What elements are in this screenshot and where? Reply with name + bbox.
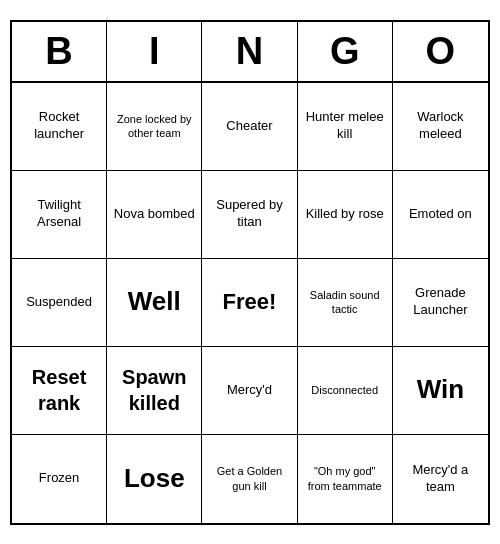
bingo-cell-11: Well (107, 259, 202, 347)
bingo-cell-13: Saladin sound tactic (298, 259, 393, 347)
bingo-cell-23: "Oh my god" from teammate (298, 435, 393, 523)
bingo-cell-3: Hunter melee kill (298, 83, 393, 171)
bingo-cell-12: Free! (202, 259, 297, 347)
bingo-cell-8: Killed by rose (298, 171, 393, 259)
bingo-cell-7: Supered by titan (202, 171, 297, 259)
bingo-cell-24: Mercy'd a team (393, 435, 488, 523)
bingo-cell-2: Cheater (202, 83, 297, 171)
bingo-cell-22: Get a Golden gun kill (202, 435, 297, 523)
bingo-cell-1: Zone locked by other team (107, 83, 202, 171)
bingo-letter-n: N (202, 22, 297, 81)
bingo-letter-i: I (107, 22, 202, 81)
bingo-cell-17: Mercy'd (202, 347, 297, 435)
bingo-grid: Rocket launcherZone locked by other team… (12, 83, 488, 523)
bingo-cell-14: Grenade Launcher (393, 259, 488, 347)
bingo-header: BINGO (12, 22, 488, 83)
bingo-cell-4: Warlock meleed (393, 83, 488, 171)
bingo-cell-0: Rocket launcher (12, 83, 107, 171)
bingo-cell-9: Emoted on (393, 171, 488, 259)
bingo-cell-5: Twilight Arsenal (12, 171, 107, 259)
bingo-cell-15: Reset rank (12, 347, 107, 435)
bingo-cell-6: Nova bombed (107, 171, 202, 259)
bingo-letter-g: G (298, 22, 393, 81)
bingo-cell-10: Suspended (12, 259, 107, 347)
bingo-cell-16: Spawn killed (107, 347, 202, 435)
bingo-letter-o: O (393, 22, 488, 81)
bingo-cell-18: Disconnected (298, 347, 393, 435)
bingo-cell-19: Win (393, 347, 488, 435)
bingo-card: BINGO Rocket launcherZone locked by othe… (10, 20, 490, 525)
bingo-letter-b: B (12, 22, 107, 81)
bingo-cell-21: Lose (107, 435, 202, 523)
bingo-cell-20: Frozen (12, 435, 107, 523)
